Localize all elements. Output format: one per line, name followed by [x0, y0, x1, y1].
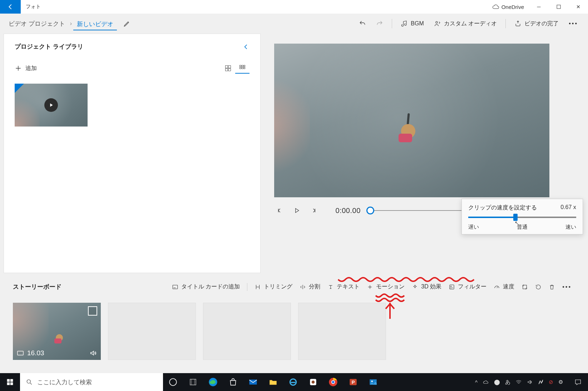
system-tray[interactable]: ^ ⬤ あ 🗲 ⊘ ⚙ — [475, 379, 568, 386]
svg-rect-20 — [7, 382, 10, 385]
tray-onedrive-icon[interactable] — [483, 379, 489, 385]
tray-app-icon[interactable]: ⬤ — [494, 379, 500, 385]
start-button[interactable] — [0, 373, 20, 391]
motion-button[interactable]: モーション — [363, 282, 408, 292]
maximize-button[interactable] — [549, 0, 568, 14]
taskbar-app-2[interactable] — [303, 373, 323, 391]
add-media-button[interactable]: 追加 — [15, 65, 37, 72]
back-button[interactable] — [0, 0, 21, 14]
onedrive-button[interactable]: OneDrive — [492, 3, 524, 10]
svg-rect-5 — [228, 69, 231, 71]
grid-large-button[interactable] — [235, 63, 249, 74]
search-icon — [26, 378, 33, 386]
tray-stop-icon[interactable]: ⊘ — [549, 379, 553, 385]
speed-label-slow: 遅い — [468, 224, 479, 231]
storyboard-empty-slot[interactable] — [298, 303, 386, 360]
speed-slider-handle[interactable] — [513, 214, 518, 221]
speed-popup: クリップの速度を設定する 0.67 x ↖ 遅い 普通 速い — [461, 199, 583, 234]
bgm-button[interactable]: BGM — [396, 18, 429, 29]
breadcrumb-current[interactable]: 新しいビデオ — [73, 17, 117, 30]
svg-rect-19 — [10, 379, 13, 382]
storyboard-empty-slot[interactable] — [108, 303, 196, 360]
trash-icon — [549, 284, 555, 290]
trim-button[interactable]: トリミング — [251, 282, 296, 292]
add-title-card-button[interactable]: タイトル カードの追加 — [168, 282, 243, 292]
action-center-button[interactable] — [568, 373, 588, 391]
edge-icon — [208, 377, 218, 387]
grid-small-button[interactable] — [221, 63, 235, 73]
ellipsis-icon: ••• — [569, 20, 578, 27]
photos-button[interactable] — [363, 373, 383, 391]
tray-settings-icon[interactable]: ⚙ — [558, 379, 563, 385]
redo-button[interactable] — [371, 18, 388, 29]
rotate-button[interactable] — [532, 282, 545, 292]
close-button[interactable]: ✕ — [568, 0, 588, 14]
redo-icon — [376, 20, 383, 27]
step-back-icon — [276, 207, 283, 214]
custom-audio-button[interactable]: カスタム オーディオ — [429, 18, 502, 30]
task-view-button[interactable] — [163, 373, 183, 391]
split-button[interactable]: 分割 — [296, 282, 324, 292]
collapse-panel-button[interactable] — [242, 43, 249, 50]
tray-chevron-icon[interactable]: ^ — [475, 379, 478, 385]
text-button[interactable]: テキスト — [324, 282, 363, 292]
text-icon — [327, 284, 334, 290]
svg-rect-21 — [10, 382, 13, 385]
svg-rect-0 — [557, 5, 560, 9]
more-button[interactable]: ••• — [564, 18, 583, 29]
library-title: プロジェクト ライブラリ — [15, 43, 249, 51]
tray-volume-icon[interactable] — [527, 379, 533, 385]
tray-battery-icon[interactable]: 🗲 — [538, 379, 544, 385]
speed-slider[interactable]: ↖ — [468, 217, 576, 218]
ie-icon — [288, 377, 298, 387]
task-view-icon — [168, 377, 178, 387]
svg-rect-12 — [173, 285, 178, 289]
finish-video-button[interactable]: ビデオの完了 — [509, 18, 564, 30]
seek-slider[interactable]: クリップの速度を設定する 0.67 x ↖ 遅い 普通 速い — [367, 205, 521, 216]
export-icon — [514, 20, 522, 27]
filter-button[interactable]: フィルター — [445, 282, 490, 292]
app-title: フォト — [21, 4, 41, 10]
svg-rect-10 — [242, 67, 243, 69]
motion-icon — [367, 284, 373, 290]
delete-button[interactable] — [545, 282, 559, 292]
tray-wifi-icon[interactable] — [515, 379, 522, 385]
volume-icon[interactable] — [89, 349, 97, 357]
svg-rect-24 — [190, 379, 196, 385]
undo-button[interactable] — [354, 18, 371, 29]
storyboard-more-button[interactable]: ••• — [559, 282, 575, 292]
storyboard-clip[interactable]: 16.03 — [13, 303, 101, 360]
svg-text:P: P — [352, 380, 355, 385]
svg-point-15 — [450, 286, 451, 287]
taskbar-app[interactable] — [183, 373, 203, 391]
clip-checkbox[interactable] — [88, 306, 97, 316]
seek-thumb[interactable] — [366, 207, 374, 214]
breadcrumb-root[interactable]: ビデオ プロジェクト — [5, 17, 69, 31]
prev-frame-button[interactable] — [274, 205, 285, 216]
app-icon — [308, 377, 318, 387]
speed-button[interactable]: 速度 — [490, 282, 518, 292]
chrome-button[interactable] — [323, 373, 343, 391]
play-button[interactable] — [291, 205, 302, 216]
store-button[interactable] — [223, 373, 243, 391]
3d-effects-button[interactable]: 3D 効果 — [408, 282, 445, 292]
svg-rect-11 — [244, 67, 245, 69]
mail-button[interactable] — [243, 373, 263, 391]
edge-button[interactable] — [203, 373, 223, 391]
play-overlay-icon — [44, 98, 58, 112]
taskbar-search[interactable]: ここに入力して検索 — [20, 373, 163, 391]
explorer-button[interactable] — [263, 373, 283, 391]
minimize-button[interactable]: ─ — [529, 0, 549, 14]
powerpoint-button[interactable]: P — [343, 373, 363, 391]
svg-rect-7 — [242, 65, 243, 67]
next-frame-button[interactable] — [308, 205, 319, 216]
storyboard-empty-slot[interactable] — [203, 303, 291, 360]
crop-button[interactable] — [518, 282, 532, 292]
rename-button[interactable] — [123, 20, 130, 27]
video-preview[interactable] — [274, 44, 549, 197]
library-clip-thumb[interactable] — [15, 84, 88, 127]
ie-button[interactable] — [283, 373, 303, 391]
undo-icon — [359, 20, 366, 27]
tray-ime-icon[interactable]: あ — [505, 379, 510, 386]
split-icon — [300, 284, 306, 290]
